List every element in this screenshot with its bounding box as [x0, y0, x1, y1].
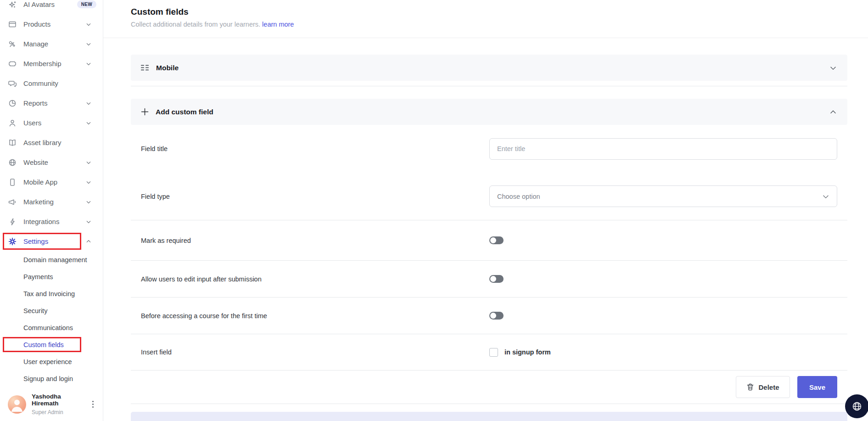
sub-item-label: Security [23, 307, 47, 314]
sidebar-item-reports[interactable]: Reports [0, 93, 103, 113]
chevron-down-icon [829, 64, 837, 72]
section-label: Add custom field [156, 108, 213, 116]
sidebar-item-integrations[interactable]: Integrations [0, 212, 103, 231]
sidebar-item-label: Marketing [23, 198, 54, 206]
chevron-up-icon [85, 238, 92, 245]
sidebar-item-products[interactable]: Products [0, 14, 103, 34]
page-subtitle-text: Collect additional details from your lea… [131, 21, 260, 28]
delete-button[interactable]: Delete [736, 376, 790, 398]
sidebar-item-settings[interactable]: Settings [0, 231, 103, 251]
sidebar-item-label: Products [23, 20, 50, 28]
chevron-down-icon [85, 60, 92, 67]
mark-as-required-row: Mark as required [131, 220, 847, 261]
in-signup-form-checkbox[interactable] [489, 348, 498, 357]
phone-icon [8, 178, 17, 187]
sidebar-item-manage[interactable]: Manage [0, 34, 103, 54]
sidebar-item-label: Community [23, 79, 58, 87]
divider [131, 86, 847, 86]
sub-item-label: Domain management [23, 256, 87, 264]
chevron-down-icon [85, 21, 92, 28]
language-globe-fab[interactable] [845, 394, 868, 418]
ticket-icon [8, 59, 17, 68]
before-accessing-toggle[interactable] [489, 312, 504, 320]
chevron-down-icon [85, 100, 92, 107]
sidebar-item-label: Mobile App [23, 178, 57, 186]
box-icon [8, 20, 17, 29]
field-type-select[interactable]: Choose option [489, 185, 837, 207]
sidebar-item-tax-and-invoicing[interactable]: Tax and Invoicing [0, 285, 103, 302]
section-header-mobile[interactable]: Mobile [131, 55, 847, 81]
divider [131, 404, 847, 404]
sidebar-item-community[interactable]: Community [0, 73, 103, 93]
app-window: AI Avatars NEW Products [0, 0, 868, 421]
sub-item-label: Payments [23, 273, 53, 281]
custom-fields-panel: Mobile Add custom field Field title [103, 55, 868, 421]
chevron-down-icon [85, 218, 92, 225]
main-content: Custom fields Collect additional details… [103, 0, 868, 421]
sidebar-item-label: Users [23, 119, 41, 127]
sidebar-item-user-experience[interactable]: User experience [0, 353, 103, 370]
chevron-down-icon [85, 159, 92, 166]
user-profile[interactable]: Yashodha Hiremath Super Admin [0, 393, 103, 415]
sub-item-label: Tax and Invoicing [23, 290, 75, 298]
drag-handle-icon[interactable] [141, 65, 149, 71]
settings-subnav: Domain management Payments Tax and Invoi… [0, 251, 103, 387]
chevron-down-icon [85, 40, 92, 48]
sub-item-label: Custom fields [23, 341, 64, 348]
sidebar-item-communications[interactable]: Communications [0, 319, 103, 336]
sidebar-item-custom-fields[interactable]: Custom fields [0, 336, 103, 353]
sidebar-item-label: Integrations [23, 218, 59, 225]
tools-icon [8, 39, 17, 49]
sidebar-item-domain-management[interactable]: Domain management [0, 251, 103, 268]
sidebar-item-membership[interactable]: Membership [0, 54, 103, 73]
section-header-add-custom-field[interactable]: Add custom field [131, 99, 847, 125]
sidebar-item-label: Manage [23, 40, 48, 48]
kebab-menu-icon[interactable] [89, 399, 96, 410]
chevron-down-icon [85, 198, 92, 206]
sidebar-item-signup-and-login[interactable]: Signup and login [0, 370, 103, 387]
allow-edit-label: Allow users to edit input after submissi… [141, 275, 489, 283]
learn-more-link[interactable]: learn more [262, 21, 294, 28]
next-section-strip [131, 412, 847, 421]
user-name: Yashodha Hiremath [32, 393, 89, 407]
save-button[interactable]: Save [797, 376, 837, 398]
lightning-icon [8, 217, 17, 226]
field-title-input[interactable] [489, 138, 837, 160]
field-title-row: Field title [131, 125, 847, 173]
chevron-up-icon [829, 108, 837, 116]
sidebar-item-label: Asset library [23, 139, 62, 146]
chevron-down-icon [85, 179, 92, 186]
sidebar-item-mobile-app[interactable]: Mobile App [0, 172, 103, 192]
sidebar-item-asset-library[interactable]: Asset library [0, 133, 103, 152]
sidebar-item-label: Membership [23, 60, 62, 67]
sidebar-item-security[interactable]: Security [0, 302, 103, 319]
before-accessing-label: Before accessing a course for the first … [141, 312, 489, 320]
sidebar-item-label: Reports [23, 99, 48, 107]
sub-item-label: User experience [23, 358, 72, 365]
field-type-row: Field type Choose option [131, 173, 847, 220]
sidebar-item-payments[interactable]: Payments [0, 268, 103, 285]
page-header: Custom fields Collect additional details… [103, 0, 868, 38]
sidebar-item-website[interactable]: Website [0, 152, 103, 172]
insert-field-row: Insert field in signup form [131, 334, 847, 370]
section-label: Mobile [156, 64, 179, 72]
mark-as-required-toggle[interactable] [489, 236, 504, 244]
field-type-label: Field type [141, 193, 489, 200]
page-title: Custom fields [131, 7, 868, 17]
sidebar-item-ai-avatars[interactable]: AI Avatars NEW [0, 0, 103, 14]
before-accessing-row: Before accessing a course for the first … [131, 298, 847, 334]
sidebar-item-marketing[interactable]: Marketing [0, 192, 103, 212]
book-icon [8, 138, 17, 147]
page-subtitle: Collect additional details from your lea… [131, 21, 868, 28]
gear-icon [8, 237, 17, 246]
sidebar-item-label: Website [23, 158, 48, 166]
field-type-selected-value: Choose option [497, 193, 822, 200]
sidebar-item-label: Settings [23, 237, 48, 245]
pie-chart-icon [8, 99, 17, 108]
sidebar-item-users[interactable]: Users [0, 113, 103, 133]
chevron-down-icon [822, 192, 830, 201]
allow-edit-row: Allow users to edit input after submissi… [131, 261, 847, 298]
user-icon [8, 118, 17, 128]
globe-icon [851, 400, 863, 412]
allow-edit-toggle[interactable] [489, 275, 504, 283]
